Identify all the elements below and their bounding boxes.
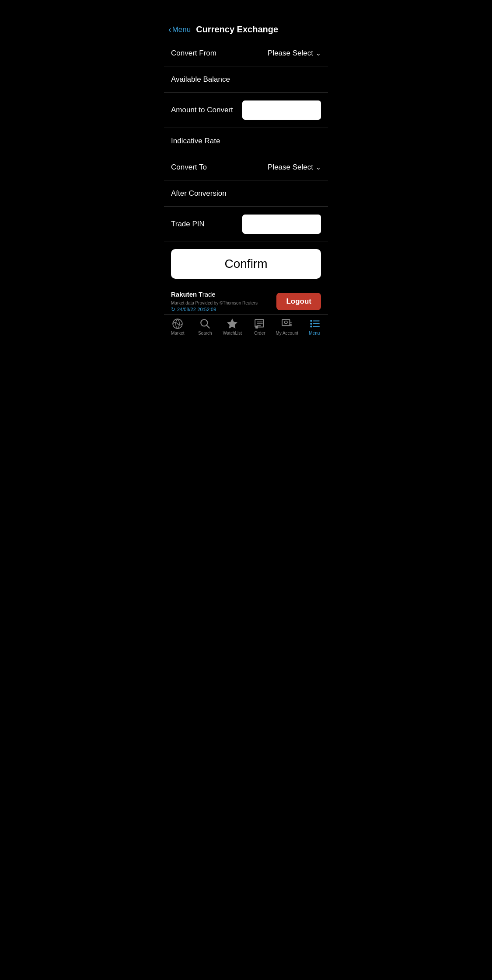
account-icon — [281, 318, 293, 329]
footer-market-data: Market data Provided by ©Thomson Reuters… — [171, 298, 258, 312]
convert-to-row: Convert To Please Select ⌄ — [164, 154, 328, 180]
nav-label-menu: Menu — [309, 331, 320, 336]
footer-top: Rakuten Trade Market data Provided by ©T… — [164, 288, 328, 314]
status-bar — [164, 0, 328, 19]
nav-label-myaccount: My Account — [276, 331, 298, 336]
convert-from-chevron-icon: ⌄ — [316, 50, 321, 57]
nav-label-watchlist: WatchList — [223, 331, 242, 336]
back-chevron-icon: ‹ — [168, 24, 171, 35]
indicative-rate-label: Indicative Rate — [171, 137, 220, 145]
svg-marker-3 — [227, 319, 237, 328]
trade-pin-input[interactable] — [242, 215, 321, 234]
svg-point-13 — [310, 323, 312, 325]
search-icon — [199, 318, 211, 329]
svg-rect-9 — [282, 319, 290, 326]
nav-item-menu[interactable]: Menu — [301, 318, 328, 336]
rakuten-logo: Rakuten Trade Market data Provided by ©T… — [171, 291, 258, 312]
svg-point-10 — [285, 321, 288, 324]
refresh-icon: ↻ — [171, 306, 175, 312]
convert-from-select[interactable]: Please Select ⌄ — [268, 49, 321, 58]
bottom-nav: Market Search WatchList — [164, 314, 328, 337]
logout-button[interactable]: Logout — [276, 293, 321, 310]
after-conversion-label: After Conversion — [171, 189, 227, 198]
nav-item-watchlist[interactable]: WatchList — [219, 318, 246, 336]
brand-name: Rakuten Trade — [171, 291, 258, 298]
timestamp: 24/08/22-20:52:09 — [177, 307, 216, 312]
nav-label-search: Search — [198, 331, 212, 336]
page-title: Currency Exchange — [196, 24, 278, 35]
convert-from-row: Convert From Please Select ⌄ — [164, 40, 328, 66]
brand-rakuten: Rakuten — [171, 291, 197, 298]
trade-pin-label: Trade PIN — [171, 220, 205, 229]
svg-rect-8 — [255, 326, 258, 329]
back-button[interactable]: ‹ Menu — [168, 24, 191, 35]
market-icon — [172, 318, 183, 329]
available-balance-label: Available Balance — [171, 75, 230, 84]
convert-to-label: Convert To — [171, 163, 207, 172]
amount-to-convert-input[interactable] — [242, 100, 321, 120]
nav-label-order: Order — [254, 331, 265, 336]
svg-line-2 — [207, 326, 209, 328]
confirm-button[interactable]: Confirm — [171, 249, 321, 279]
nav-item-order[interactable]: Order — [246, 318, 274, 336]
confirm-section: Confirm — [164, 242, 328, 286]
amount-to-convert-label: Amount to Convert — [171, 106, 233, 114]
nav-label-market: Market — [171, 331, 185, 336]
market-data-text: Market data Provided by ©Thomson Reuters — [171, 301, 258, 305]
back-label: Menu — [172, 25, 191, 34]
form-section: Convert From Please Select ⌄ Available B… — [164, 40, 328, 242]
svg-point-11 — [310, 320, 312, 322]
nav-item-market[interactable]: Market — [164, 318, 192, 336]
amount-to-convert-row: Amount to Convert — [164, 93, 328, 128]
order-icon — [254, 318, 265, 329]
indicative-rate-row: Indicative Rate — [164, 128, 328, 154]
convert-from-value: Please Select — [268, 49, 313, 58]
nav-item-search[interactable]: Search — [192, 318, 219, 336]
star-icon — [227, 318, 238, 329]
convert-to-value: Please Select — [268, 163, 313, 172]
convert-to-chevron-icon: ⌄ — [316, 164, 321, 171]
timestamp-section: ↻ 24/08/22-20:52:09 — [171, 306, 258, 312]
svg-point-15 — [310, 326, 312, 327]
menu-icon — [309, 318, 320, 329]
available-balance-row: Available Balance — [164, 66, 328, 93]
after-conversion-row: After Conversion — [164, 180, 328, 207]
trade-pin-row: Trade PIN — [164, 207, 328, 242]
convert-from-label: Convert From — [171, 49, 216, 58]
convert-to-select[interactable]: Please Select ⌄ — [268, 163, 321, 172]
footer-bar: Rakuten Trade Market data Provided by ©T… — [164, 286, 328, 341]
nav-item-myaccount[interactable]: My Account — [273, 318, 301, 336]
header: ‹ Menu Currency Exchange — [164, 19, 328, 40]
brand-trade: Trade — [197, 291, 216, 298]
